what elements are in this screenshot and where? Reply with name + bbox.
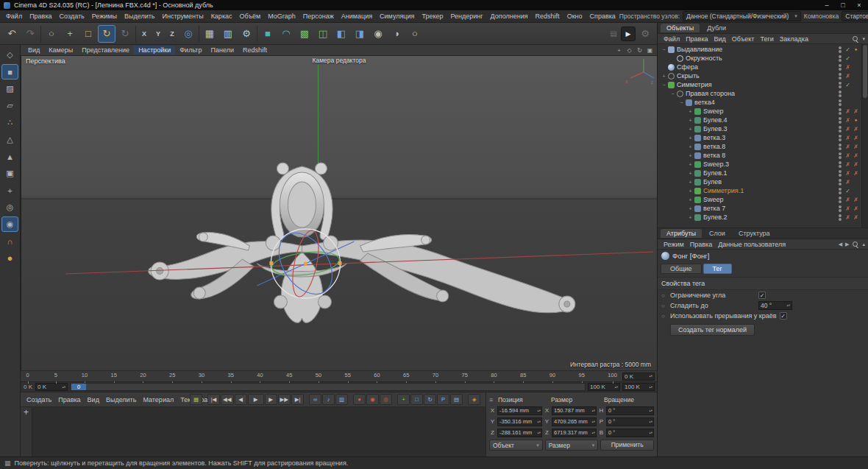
visibility-toggles[interactable] [839, 152, 842, 159]
viewport-menu-item[interactable]: Фильтр [175, 46, 206, 54]
attributes-menu-item[interactable]: Данные пользователя [715, 240, 789, 249]
apply-button[interactable]: Применить [600, 440, 654, 451]
object-tag[interactable] [844, 135, 852, 141]
viewport-menu-item[interactable]: Вид [24, 46, 44, 54]
edge-breaks-checkbox[interactable]: ✓ [780, 312, 787, 320]
live-selection-tool[interactable]: ○ [43, 25, 60, 43]
stucco-ornament-model[interactable] [149, 163, 575, 322]
viewport-menu-item[interactable]: Redshift [238, 46, 271, 54]
redo-button[interactable]: ↷ [21, 25, 39, 43]
key-position-toggle[interactable]: + [397, 394, 410, 405]
workplane-button[interactable]: ● [1, 250, 18, 266]
menu-item[interactable]: Симуляция [376, 11, 418, 21]
attributes-tab[interactable]: Структура [733, 229, 776, 238]
viewport-solo-button[interactable]: ◎ [1, 200, 18, 215]
range-end-text-field[interactable]: 100 K▴▾ [588, 383, 620, 391]
material-menu-item[interactable]: Создать [24, 395, 54, 404]
range-start-field[interactable]: 0 K▴▾ [35, 383, 68, 391]
object-row[interactable]: + ветка 7 [658, 204, 861, 213]
sound-toggle-button[interactable]: ♪ [322, 394, 335, 405]
playback-loop-button[interactable]: ∞ [309, 394, 321, 405]
previous-key-button[interactable]: ◀◀ [221, 394, 234, 405]
scale-tool[interactable]: □ [79, 25, 97, 43]
spinner-icon[interactable]: ▴▾ [614, 386, 618, 388]
interface-layout-icon[interactable]: ▤ [607, 25, 620, 43]
menu-item[interactable]: Правка [26, 11, 55, 21]
object-row[interactable]: + Sweep [658, 195, 861, 204]
object-row[interactable]: + Скрыть [658, 71, 861, 80]
keyframe-selection-button[interactable]: ◈ [468, 394, 480, 405]
expand-toggle[interactable]: − [661, 47, 667, 52]
camera-menu[interactable]: ◉ [369, 25, 387, 43]
material-menu-item[interactable]: Выделить [103, 395, 140, 404]
menu-item[interactable]: Справка [586, 11, 619, 21]
frame-ruler[interactable]: 0510152025303540455055606570758085909510… [23, 371, 619, 381]
object-row[interactable]: − Правая сторона [658, 89, 861, 98]
goto-end-button[interactable]: ▶| [291, 394, 304, 405]
object-tag[interactable] [844, 55, 852, 62]
spinner-icon[interactable]: ▴▾ [591, 420, 595, 423]
key-rotation-toggle[interactable]: ↻ [424, 394, 436, 405]
object-tag[interactable] [844, 170, 852, 177]
separator[interactable] [198, 26, 200, 42]
material-menu-item[interactable]: Правка [55, 395, 83, 404]
spinner-icon[interactable]: ▴▾ [537, 431, 541, 434]
attributes-tab[interactable]: Атрибуты [661, 229, 702, 238]
z-axis-lock[interactable]: Z [166, 25, 179, 43]
visibility-toggles[interactable] [839, 117, 842, 124]
separator[interactable] [393, 394, 396, 405]
add-material-button[interactable]: + [24, 409, 29, 416]
objects-menu-item[interactable]: Вид [711, 35, 729, 43]
material-menu-item[interactable]: Материал [140, 395, 177, 404]
generators-menu[interactable]: ◫ [314, 25, 332, 43]
attributes-menu-item[interactable]: Режим [661, 240, 687, 249]
spinner-icon[interactable]: ▴▾ [537, 409, 541, 412]
object-row[interactable]: + Булев [658, 177, 861, 186]
object-tag[interactable] [844, 161, 852, 168]
visibility-toggles[interactable] [839, 99, 842, 106]
autokey-button[interactable]: ◉ [366, 394, 379, 405]
visibility-toggles[interactable] [839, 135, 842, 141]
spline-pen-menu[interactable]: ◠ [277, 25, 295, 43]
menu-item[interactable]: Инструменты [159, 11, 207, 21]
visibility-toggles[interactable] [839, 188, 842, 194]
expand-toggle[interactable]: + [687, 144, 694, 149]
key-parameter-toggle[interactable]: P [437, 394, 449, 405]
axis-mode-button[interactable]: + [1, 183, 18, 198]
object-tag[interactable] [852, 197, 860, 203]
layout-select[interactable]: Стартовая ▾ [842, 11, 868, 21]
objects-menu-item[interactable]: Объект [729, 35, 758, 43]
menu-item[interactable]: Redshift [532, 11, 563, 21]
object-row[interactable]: Окружность [658, 54, 861, 63]
object-tag[interactable] [852, 205, 860, 212]
object-tag[interactable] [844, 126, 852, 133]
object-row[interactable]: − Симметрия [658, 80, 861, 89]
menu-item[interactable]: Режимы [88, 11, 121, 21]
angle-limit-checkbox[interactable]: ✓ [758, 292, 766, 299]
expand-toggle[interactable]: + [687, 180, 694, 185]
object-tag[interactable] [852, 144, 860, 150]
search-icon[interactable] [852, 241, 859, 248]
object-row[interactable]: + Булев.4 [658, 116, 861, 124]
spinner-icon[interactable]: ▴▾ [62, 386, 65, 388]
scrollbar-thumb[interactable] [863, 45, 867, 98]
spinner-icon[interactable]: ▴▾ [649, 431, 652, 434]
size-field[interactable]: 150.787 mm▴▾ [552, 406, 597, 415]
expand-toggle[interactable]: + [687, 109, 694, 114]
expand-toggle[interactable]: + [687, 171, 694, 176]
goto-start-button[interactable]: |◀ [207, 394, 220, 405]
playback-rate-button[interactable]: ▥ [335, 394, 348, 405]
viewport-menu-item[interactable]: Настройки [134, 46, 175, 54]
smoothing-angle-field[interactable]: 40 °▴▾ [758, 301, 792, 310]
object-tag[interactable] [844, 144, 852, 150]
object-tag[interactable] [844, 73, 852, 80]
object-tag[interactable] [844, 152, 852, 159]
rotate-tool[interactable]: ↻ [98, 25, 115, 43]
expand-toggle[interactable]: − [661, 82, 667, 88]
zoom-view-icon[interactable]: ◇ [625, 47, 633, 54]
separator[interactable] [135, 26, 137, 42]
size-field[interactable]: 4709.265 mm▴▾ [552, 417, 597, 426]
next-frame-button[interactable]: ▶ [265, 394, 277, 405]
team-render-play-button[interactable]: ▶ [621, 27, 636, 41]
position-field[interactable]: -16.594 mm▴▾ [497, 406, 542, 415]
